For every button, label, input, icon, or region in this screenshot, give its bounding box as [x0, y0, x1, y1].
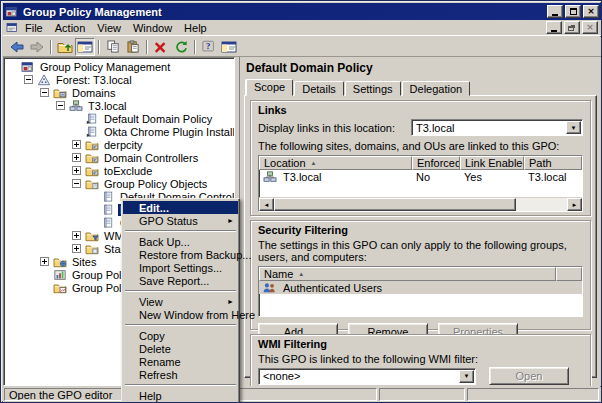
new-window-icon[interactable] [219, 38, 239, 56]
tree-item-forest-t3-local[interactable]: Forest: T3.local [4, 73, 234, 86]
ou-folder-icon [85, 152, 99, 164]
column-header-enforced[interactable]: Enforced [412, 156, 460, 170]
mdi-minimize-button[interactable] [546, 21, 562, 34]
context-menu-rename[interactable]: Rename [123, 355, 238, 368]
column-header-location[interactable]: Location▲ [259, 156, 412, 170]
context-menu-refresh[interactable]: Refresh [123, 368, 238, 381]
back-arrow-icon[interactable] [7, 38, 27, 56]
context-menu-view[interactable]: View► [123, 295, 238, 308]
tree-item-toexclude[interactable]: toExclude [4, 164, 234, 177]
open-button: Open [489, 367, 569, 385]
collapse-icon[interactable] [56, 101, 65, 110]
show-console-tree-icon[interactable] [75, 38, 95, 56]
paste-icon[interactable] [123, 38, 143, 56]
up-one-level-icon[interactable] [55, 38, 75, 56]
expand-icon[interactable] [40, 257, 49, 266]
tab-strip: ScopeDetailsSettingsDelegation [244, 79, 597, 96]
context-menu-gpo-status[interactable]: GPO Status► [123, 214, 238, 227]
expand-icon[interactable] [72, 140, 81, 149]
collapse-icon[interactable] [24, 75, 33, 84]
help-icon[interactable]: ? [199, 38, 219, 56]
delete-icon[interactable] [151, 38, 171, 56]
toolbar: ? [3, 37, 601, 57]
scroll-left-icon[interactable]: ◄ [259, 198, 274, 211]
links-table-row[interactable]: T3.localNoYesT3.local [259, 170, 582, 183]
security-intro: The settings in this GPO can only apply … [258, 239, 583, 263]
chevron-down-icon[interactable]: ▼ [459, 370, 474, 383]
tree-item-group-policy-management[interactable]: Group Policy Management [4, 60, 234, 73]
maximize-button[interactable] [565, 5, 581, 18]
tree-item-label: derpcity [102, 139, 145, 151]
status-panel [467, 388, 599, 401]
gpmc-window: Group Policy Management × FileActionView… [0, 0, 602, 403]
close-button[interactable]: × [583, 5, 599, 18]
scroll-right-icon[interactable]: ► [567, 198, 582, 211]
tree-item-domain-controllers[interactable]: Domain Controllers [4, 151, 234, 164]
column-header-link-enabled[interactable]: Link Enabled [460, 156, 524, 170]
minimize-button[interactable] [547, 5, 563, 18]
context-menu-copy[interactable]: Copy [123, 329, 238, 342]
gpo-link-icon [85, 126, 99, 138]
wmi-heading: WMI Filtering [258, 338, 583, 350]
chevron-down-icon[interactable]: ▼ [566, 121, 581, 134]
expand-icon[interactable] [72, 153, 81, 162]
context-menu-new-window-from-here[interactable]: New Window from Here [123, 308, 238, 321]
tree-item-derpcity[interactable]: derpcity [4, 138, 234, 151]
tree-item-group-policy-objects[interactable]: Group Policy Objects [4, 177, 234, 190]
maximize-icon [570, 8, 577, 15]
scope-tab-page: Links Display links in this location: T3… [244, 95, 597, 378]
column-header-name[interactable]: Name▲ [259, 267, 556, 281]
collapse-icon[interactable] [72, 179, 81, 188]
context-menu-edit[interactable]: Edit... [123, 201, 238, 214]
domain-icon [262, 171, 277, 183]
column-header-path[interactable]: Path [524, 156, 582, 170]
tree-item-okta-chrome-plugin-installation[interactable]: Okta Chrome Plugin Installation [4, 125, 234, 138]
expand-icon[interactable] [72, 231, 81, 240]
collapse-icon[interactable] [40, 88, 49, 97]
minimize-icon [552, 14, 558, 16]
menu-separator [125, 230, 236, 232]
security-table-row[interactable]: Authenticated Users [259, 281, 582, 294]
menu-action[interactable]: Action [49, 21, 92, 35]
wmi-folder-icon [85, 230, 99, 242]
starter-folder-icon [85, 243, 99, 255]
expand-icon[interactable] [72, 166, 81, 175]
expand-icon[interactable] [72, 244, 81, 253]
menu-file[interactable]: File [19, 21, 49, 35]
tab-scope[interactable]: Scope [246, 79, 293, 96]
context-menu-delete[interactable]: Delete [123, 342, 238, 355]
display-links-combobox[interactable]: T3.local ▼ [411, 119, 583, 136]
forward-arrow-icon[interactable] [27, 38, 47, 56]
console-window-icon [6, 22, 19, 33]
menu-help[interactable]: Help [178, 21, 213, 35]
context-menu-help[interactable]: Help [123, 389, 238, 402]
tab-delegation[interactable]: Delegation [402, 81, 471, 96]
gpo-title: Default Domain Policy [244, 59, 597, 79]
copy-icon[interactable] [103, 38, 123, 56]
gpo-icon [101, 191, 115, 203]
refresh-icon[interactable] [171, 38, 191, 56]
context-menu-restore-from-backup[interactable]: Restore from Backup... [123, 248, 238, 261]
toolbar-separator [146, 40, 148, 54]
mdi-restore-button[interactable] [564, 21, 580, 34]
context-menu-back-up[interactable]: Back Up... [123, 235, 238, 248]
tree-item-default-domain-policy[interactable]: Default Domain Policy [4, 112, 234, 125]
wmi-filter-combobox[interactable]: <none> ▼ [258, 368, 476, 385]
menu-window[interactable]: Window [127, 21, 178, 35]
status-bar: Open the GPO editor [3, 387, 601, 402]
gpo-details-pane: Default Domain Policy ScopeDetailsSettin… [239, 57, 601, 386]
tree-item-t3-local[interactable]: T3.local [4, 99, 234, 112]
links-horizontal-scrollbar[interactable]: ◄ ► [259, 197, 582, 211]
sort-ascending-icon: ▲ [298, 271, 304, 277]
context-menu-import-settings[interactable]: Import Settings... [123, 261, 238, 274]
mdi-close-button[interactable]: × [582, 21, 598, 34]
tree-item-domains[interactable]: Domains [4, 86, 234, 99]
tab-details[interactable]: Details [294, 81, 344, 96]
gpo-context-menu: Edit...GPO Status►Back Up...Restore from… [121, 198, 240, 403]
toolbar-separator [194, 40, 196, 54]
scrollbar-thumb[interactable] [274, 198, 516, 211]
tab-settings[interactable]: Settings [345, 81, 401, 96]
wmi-filter-value: <none> [259, 370, 458, 382]
menu-view[interactable]: View [91, 21, 127, 35]
context-menu-save-report[interactable]: Save Report... [123, 274, 238, 287]
